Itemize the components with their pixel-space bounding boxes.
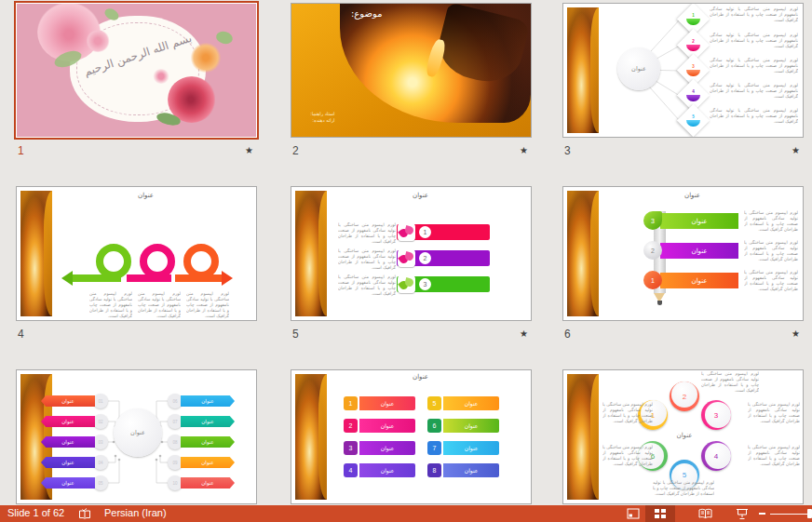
lorem-paragraph: لورم ایپسوم متن ساختگی با تولید سادگی نا… [710, 33, 798, 55]
slide3-artwork: عنوان 1 2 3 4 5 لورم ایپسوم متن ساختگی ب… [562, 3, 804, 138]
zoom-out-button[interactable] [759, 513, 765, 515]
slide-thumbnail-3[interactable]: عنوان 1 2 3 4 5 لورم ایپسوم متن ساختگی ب… [562, 3, 804, 163]
center-title-circle: عنوان [114, 408, 162, 457]
pencil-point [657, 301, 662, 305]
banner-ribbon: عنوان [443, 419, 499, 433]
banner-ribbon: عنوان [443, 463, 499, 477]
advisor-label: استاد راهنما: [310, 111, 334, 117]
lorem-paragraph: لورم ایپسوم متن ساختگی با تولید سادگی نا… [89, 291, 132, 319]
leaf-icon-box [398, 249, 415, 267]
slide-number: 5 [292, 328, 299, 341]
slide1-artwork: بسم الله الرحمن الرحیم [16, 3, 257, 138]
slide-thumbnail-4[interactable]: عنوان لورم ایپسوم متن ساختگی با تولید سا… [16, 186, 257, 346]
faint-number-chip: 06 [168, 394, 183, 408]
presenter-label: ارائه دهنده: [310, 117, 334, 124]
banner-ribbon: عنوان [359, 463, 415, 477]
banner-ribbon: عنوان [359, 419, 415, 433]
leaf-decoration [215, 30, 235, 46]
slide-number: 1 [18, 144, 24, 157]
language-indicator[interactable]: Persian (Iran) [104, 507, 167, 518]
leaf-icon-box [398, 275, 415, 293]
crescent-sphere-2: 2 [670, 381, 699, 411]
list-bar-pink: 1 [397, 224, 490, 240]
slide-number: 3 [564, 144, 571, 157]
faint-number-chip: 09 [168, 455, 183, 470]
zoom-slider-thumb[interactable] [807, 509, 812, 518]
ribbon-orange: عنوان [660, 273, 738, 288]
lorem-paragraph: لورم ایپسوم متن ساختگی با تولید سادگی نا… [710, 7, 798, 29]
slide9-artwork: عنوان 1 2 3 4 5 6 لورم ایپسوم متن ساختگی… [562, 369, 804, 504]
slide-thumbnail-9[interactable]: عنوان 1 2 3 4 5 6 لورم ایپسوم متن ساختگی… [562, 369, 804, 522]
banner-number-chip: 7 [427, 441, 441, 455]
slide2-artwork: موضوع: استاد راهنما: ارائه دهنده: [291, 3, 532, 138]
tab-ribbon-left: عنوان [41, 457, 95, 468]
lorem-paragraph: لورم ایپسوم متن ساختگی با تولید سادگی نا… [338, 222, 396, 245]
normal-view-button[interactable] [621, 505, 645, 522]
crescent-sphere-3: 3 [701, 400, 731, 430]
slide-counter[interactable]: Slide 1 of 62 [7, 507, 64, 518]
animation-star-icon: ★ [792, 328, 800, 339]
proofing-icon[interactable] [78, 508, 91, 522]
zoom-slider-track[interactable] [770, 514, 807, 515]
slide-thumbnail-2[interactable]: موضوع: استاد راهنما: ارائه دهنده: 2 ★ [291, 3, 532, 163]
reading-view-button[interactable] [692, 505, 718, 522]
credits-text: استاد راهنما: ارائه دهنده: [310, 111, 334, 124]
banner-ribbon: عنوان [443, 441, 499, 455]
slide-thumbnail-6[interactable]: عنوان عنوان عنوان عنوان 3 2 1 لورم ایپسو… [562, 186, 804, 346]
slide-title: عنوان [319, 373, 521, 381]
status-bar: Slide 1 of 62 Persian (Iran) [0, 505, 812, 522]
subject-label: موضوع: [351, 8, 383, 19]
item-number: 1 [692, 13, 695, 18]
tab-ribbon-right: عنوان [181, 477, 235, 489]
faint-number-chip: 07 [168, 414, 183, 429]
tab-ribbon-left: عنوان [41, 395, 95, 407]
orange-flower [190, 43, 222, 73]
lorem-paragraph: لورم ایپسوم متن ساختگی با تولید سادگی نا… [744, 240, 798, 268]
slide-number: 2 [292, 144, 299, 157]
slide-sorter-view-button[interactable] [645, 505, 675, 522]
round-number-chip: 1 [643, 271, 662, 289]
lorem-paragraph: لورم ایپسوم متن ساختگی با تولید سادگی نا… [653, 480, 714, 503]
pink-bud-flower [153, 69, 169, 84]
slide-thumbnail-1[interactable]: بسم الله الرحمن الرحیم 1 ★ [16, 3, 257, 163]
slide-thumbnail-5[interactable]: عنوان 1 2 3 [291, 186, 532, 346]
center-title-circle: عنوان [617, 47, 660, 90]
lorem-paragraph: لورم ایپسوم متن ساختگی با تولید سادگی نا… [338, 248, 396, 271]
lorem-paragraph: لورم ایپسوم متن ساختگی با تولید سادگی نا… [744, 270, 798, 298]
fire-photo-side-strip [295, 374, 327, 500]
bowl-shape-green [686, 19, 700, 26]
list-bar-purple: 2 [397, 250, 490, 266]
fire-photo-side-strip [567, 191, 599, 316]
leaf-number-chip: 3 [643, 211, 662, 230]
lorem-paragraph: لورم ایپسوم متن ساختگی با تولید سادگی نا… [744, 210, 798, 238]
slide-show-view-button[interactable] [729, 505, 755, 522]
banner-ribbon: عنوان [443, 396, 499, 410]
slide-title: عنوان [591, 192, 793, 199]
pink-bud-flower [86, 30, 110, 52]
lorem-paragraph: لورم ایپسوم متن ساختگی با تولید سادگی نا… [701, 371, 759, 397]
item-number: 1 [419, 226, 431, 238]
slide-thumbnail-8[interactable]: عنوان 1 عنوان 2 عنوان 3 عنوان 4 عنوان 5 … [291, 369, 532, 522]
center-title-text: عنوان [661, 429, 708, 442]
slide-number: 4 [18, 328, 24, 341]
sphere-number-chip: 2 [643, 241, 662, 260]
animation-star-icon: ★ [245, 145, 253, 155]
animation-star-icon: ★ [520, 145, 528, 155]
banner-number-chip: 3 [344, 441, 358, 455]
tab-ribbon-left: عنوان [41, 416, 95, 427]
slide5-artwork: عنوان 1 2 3 [291, 186, 532, 321]
item-number: 5 [692, 114, 695, 119]
list-bar-green: 3 [397, 276, 490, 292]
powerpoint-slide-sorter-window: بسم الله الرحمن الرحیم 1 ★ موضوع: استاد … [0, 0, 812, 522]
slide6-artwork: عنوان عنوان عنوان عنوان 3 2 1 لورم ایپسو… [562, 186, 804, 321]
crescent-sphere-4: 4 [701, 441, 731, 471]
fire-photo-side-strip [567, 374, 599, 500]
slide-thumbnail-7[interactable]: عنوان 01 02 03 04 05 عنوان عنوان عنوان ع… [16, 369, 257, 522]
banner-number-chip: 2 [344, 419, 358, 433]
lorem-paragraph: لورم ایپسوم متن ساختگی با تولید سادگی نا… [748, 402, 800, 430]
faint-number-chip: 10 [168, 475, 183, 490]
item-number: 2 [692, 39, 695, 44]
faint-number-chip: 04 [93, 455, 108, 470]
item-number: 4 [692, 89, 695, 94]
fire-photo-side-strip [295, 191, 327, 316]
